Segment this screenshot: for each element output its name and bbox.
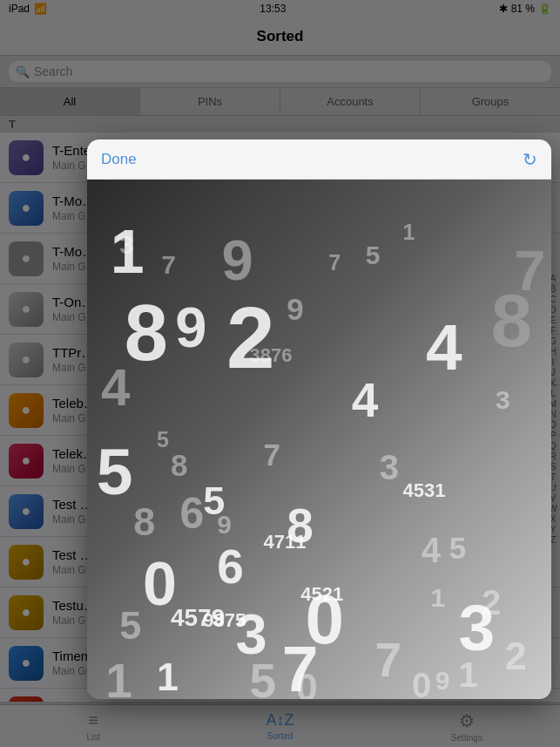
random-number: 4711 [264,533,307,552]
random-number: 2 [482,585,501,620]
random-number: 9 [435,668,450,694]
random-number: 4 [426,315,462,380]
random-number: 4 [422,533,441,567]
random-number: 5 [449,533,466,563]
random-number: 3 [496,387,510,413]
modal-overlay: Done ↻ 184580516145796392387678471104521… [0,0,560,747]
random-number: 5 [157,429,169,451]
random-number: 1 [458,657,477,692]
random-number: 3 [380,450,399,485]
random-number: 4521 [300,585,343,604]
random-number: 1 [430,585,445,611]
random-number: 9 [217,512,232,538]
random-number: 9 [175,299,206,356]
random-number: 6 [217,543,244,591]
random-number: 6 [180,492,205,535]
random-number: 7 [374,636,401,684]
random-number: 1 [105,657,132,699]
modal-refresh-button[interactable]: ↻ [523,149,537,170]
random-number: 9 [222,232,253,289]
random-number: 8 [133,502,155,541]
random-number: 9 [287,294,303,324]
random-number: 5 [250,657,277,699]
random-number: 7 [264,439,280,470]
modal-card: Done ↻ 184580516145796392387678471104521… [87,139,551,699]
random-number: 0 [296,668,318,699]
random-number: 4 [101,362,130,414]
random-number: 1 [402,221,415,243]
random-number: 5 [97,439,133,505]
random-number: 9875 [203,611,246,630]
random-number: 5 [119,606,141,645]
modal-header: Done ↻ [87,139,551,180]
random-number: 4531 [402,481,445,500]
random-number: 8 [171,450,187,480]
random-number: 7 [328,252,341,274]
random-number: 4 [352,377,379,424]
modal-done-button[interactable]: Done [101,151,137,168]
random-number: 7 [514,242,545,299]
random-number: 8 [125,294,168,372]
numbers-background: 1845805161457963923876784711045217987550… [87,180,551,699]
random-number: 3876 [250,346,293,365]
random-number: 7 [161,252,176,278]
random-number: 2 [226,294,275,381]
random-number: 5 [366,242,381,268]
random-number: 1 [157,657,179,696]
random-number: 3 [119,232,134,258]
random-number: 0 [412,668,431,699]
random-number: 2 [505,636,527,676]
